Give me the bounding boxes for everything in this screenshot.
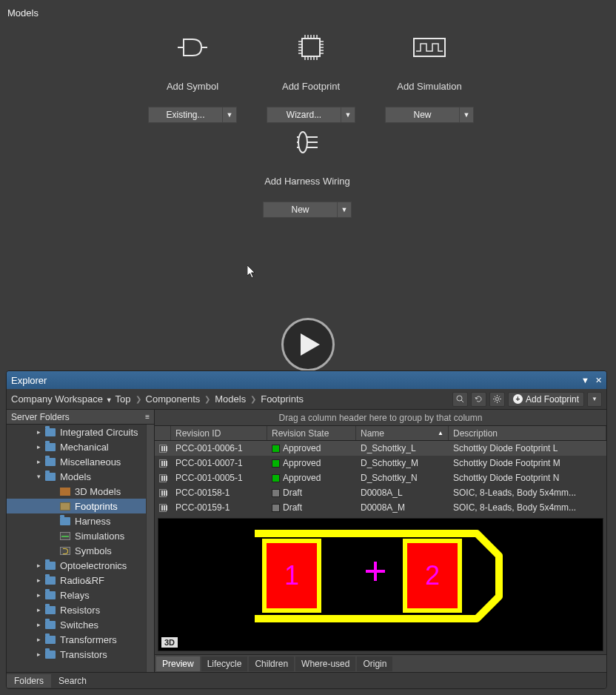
explorer-titlebar: Explorer ▼ ✕	[7, 371, 606, 389]
tree-item-miscellaneous[interactable]: ▸Miscellaneous	[7, 454, 154, 469]
model-cards-row1: Add Symbol Existing... ▼ Add Footprint W…	[148, 30, 474, 123]
settings-button[interactable]	[489, 392, 505, 407]
caret-right-icon: ▸	[35, 651, 42, 658]
column-icon[interactable]	[155, 426, 171, 440]
add-symbol-label: Add Symbol	[167, 74, 218, 99]
server-folders-tree: Server Folders ≡ ▸Integrated Circuits▸Me…	[7, 410, 155, 672]
column-description[interactable]: Description	[449, 426, 606, 440]
plus-icon: +	[513, 394, 523, 404]
add-footprint-button[interactable]: + Add Footprint	[508, 392, 584, 407]
tree-item-integrated-circuits[interactable]: ▸Integrated Circuits	[7, 425, 154, 439]
table-row[interactable]: PCC-001-0006-1ApprovedD_Schottky_LSchott…	[155, 441, 606, 456]
tree-item-symbols[interactable]: Symbols	[7, 543, 154, 558]
footer-tab-search[interactable]: Search	[51, 674, 94, 688]
breadcrumb-item[interactable]: Footprints	[261, 393, 304, 405]
add-simulation-dropdown[interactable]: New ▼	[385, 107, 474, 123]
folder-icon	[45, 636, 56, 644]
footprint-row-icon	[159, 504, 167, 512]
caret-right-icon: ▸	[35, 428, 42, 436]
collapse-icon[interactable]: ≡	[145, 413, 150, 421]
footprint-row-icon	[159, 474, 167, 482]
chevron-down-icon: ▼	[338, 202, 351, 217]
add-symbol-dropdown[interactable]: Existing... ▼	[148, 107, 237, 123]
fp-icon	[60, 502, 70, 511]
grid-panel: Drag a column header here to group by th…	[155, 410, 606, 672]
footer-tab-folders[interactable]: Folders	[7, 674, 51, 688]
preview-tabs: PreviewLifecycleChildrenWhere-usedOrigin	[155, 654, 606, 672]
folder-icon	[45, 576, 56, 585]
search-button[interactable]	[452, 392, 468, 407]
close-icon[interactable]: ✕	[595, 376, 602, 385]
chevron-right-icon: ❯	[250, 395, 256, 403]
svg-rect-0	[302, 39, 320, 56]
preview-3d-toggle[interactable]: 3D	[161, 637, 178, 648]
table-row[interactable]: PCC-00158-1DraftD0008A_LSOIC, 8-Leads, B…	[155, 485, 606, 500]
folder-icon	[45, 443, 56, 451]
state-indicator-icon	[272, 489, 280, 497]
tree-item-switches[interactable]: ▸Switches	[7, 617, 154, 632]
state-indicator-icon	[272, 474, 280, 482]
add-footprint-dropdown-caret[interactable]: ▼	[587, 392, 602, 407]
tree-item-relays[interactable]: ▸Relays	[7, 588, 154, 602]
folder-icon	[45, 428, 56, 436]
tree-item-resistors[interactable]: ▸Resistors	[7, 602, 154, 617]
tab-where-used[interactable]: Where-used	[295, 656, 355, 671]
svg-rect-1	[414, 39, 445, 56]
add-footprint-dropdown[interactable]: Wizard... ▼	[267, 107, 355, 123]
table-row[interactable]: PCC-001-0005-1ApprovedD_Schottky_NSchott…	[155, 470, 606, 485]
state-indicator-icon	[272, 504, 280, 512]
tree-item-harness[interactable]: Harness	[7, 513, 154, 528]
column-name[interactable]: Name▲	[356, 426, 449, 440]
models-title: Models	[7, 7, 38, 19]
explorer-panel: Explorer ▼ ✕ Company Workspace ▼ Top ❯ C…	[6, 370, 607, 689]
folder-icon	[45, 562, 56, 570]
footprint-pad-1: 1	[262, 539, 321, 613]
tree-item-models[interactable]: ▾Models	[7, 469, 154, 484]
footprint-row-icon	[159, 459, 167, 468]
tree-item-simulations[interactable]: Simulations	[7, 528, 154, 543]
tree-item-optoelectronics[interactable]: ▸Optoelectronics	[7, 558, 154, 573]
add-harness-dropdown[interactable]: New ▼	[263, 202, 352, 218]
breadcrumb-item[interactable]: Top	[116, 393, 131, 405]
caret-right-icon: ▸	[35, 636, 42, 643]
caret-right-icon: ▸	[35, 606, 42, 613]
symbol-gate-icon	[175, 30, 210, 65]
add-symbol-card: Add Symbol Existing... ▼	[148, 30, 237, 123]
chevron-down-icon: ▼	[341, 107, 355, 122]
add-footprint-card: Add Footprint Wizard... ▼	[267, 30, 355, 123]
explorer-toolbar: Company Workspace ▼ Top ❯ Components ❯ M…	[7, 389, 606, 410]
table-row[interactable]: PCC-00159-1DraftD0008A_MSOIC, 8-Leads, B…	[155, 500, 606, 515]
tree-item-footprints[interactable]: Footprints	[7, 499, 154, 513]
table-row[interactable]: PCC-001-0007-1ApprovedD_Schottky_MSchott…	[155, 456, 606, 470]
add-harness-card: Add Harness Wiring New ▼	[263, 124, 352, 218]
folder-icon	[45, 621, 56, 629]
refresh-button[interactable]	[471, 392, 486, 407]
tree-item-transistors[interactable]: ▸Transistors	[7, 647, 154, 662]
state-indicator-icon	[272, 459, 280, 468]
tab-origin[interactable]: Origin	[357, 656, 392, 671]
chevron-right-icon: ❯	[204, 395, 210, 403]
tab-preview[interactable]: Preview	[156, 656, 200, 671]
column-revision-id[interactable]: Revision ID	[171, 426, 267, 440]
play-button[interactable]	[281, 318, 335, 371]
caret-right-icon: ▸	[35, 576, 42, 584]
folder-icon	[45, 591, 56, 599]
tree-item-3d-models[interactable]: 3D Models	[7, 484, 154, 499]
simulation-waveform-icon	[412, 30, 447, 65]
caret-right-icon: ▸	[35, 458, 42, 465]
breadcrumb-item[interactable]: Models	[215, 393, 246, 405]
tab-children[interactable]: Children	[249, 656, 294, 671]
workspace-selector[interactable]: Company Workspace ▼	[11, 393, 113, 405]
svg-point-2	[298, 132, 307, 153]
tab-lifecycle[interactable]: Lifecycle	[201, 656, 248, 671]
tree-item-radio-rf[interactable]: ▸Radio&RF	[7, 573, 154, 588]
tree-item-transformers[interactable]: ▸Transformers	[7, 632, 154, 647]
tree-item-mechanical[interactable]: ▸Mechanical	[7, 439, 154, 454]
breadcrumb-item[interactable]: Components	[146, 393, 201, 405]
add-harness-label: Add Harness Wiring	[264, 169, 350, 194]
model-cards-row2: Add Harness Wiring New ▼	[263, 124, 352, 218]
footprint-pad-2: 2	[403, 539, 462, 613]
footprint-row-icon	[159, 489, 167, 497]
dropdown-icon[interactable]: ▼	[581, 376, 589, 385]
column-revision-state[interactable]: Revision State	[267, 426, 356, 440]
